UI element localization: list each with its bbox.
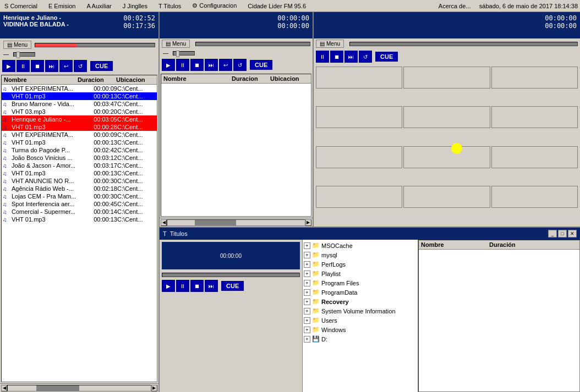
- track-row[interactable]: ♫ VHT EXPERIMENTA... 00:00:09 C:\Cent...: [2, 85, 157, 92]
- tree-expand-icon[interactable]: +: [304, 327, 310, 333]
- track-row[interactable]: ♫ Henrique e Juliano -... 00:03:05 C:\Ce…: [2, 115, 157, 123]
- menu-titulos[interactable]: T Titulos: [156, 2, 183, 10]
- titulos-close[interactable]: ✕: [568, 230, 577, 238]
- menu-comercial[interactable]: S Comercial: [2, 2, 40, 10]
- deck2-hscroll-track[interactable]: [167, 219, 305, 226]
- grid-btn-12[interactable]: [491, 186, 578, 208]
- grid-btn-3[interactable]: [491, 67, 578, 89]
- grid-btn-2[interactable]: [403, 67, 490, 89]
- deck2-play-button[interactable]: ▶: [162, 59, 175, 71]
- tree-expand-icon[interactable]: +: [304, 336, 310, 343]
- tree-expand-icon[interactable]: +: [304, 261, 310, 268]
- deck1-volume-slider[interactable]: [13, 52, 35, 57]
- grid-btn-5[interactable]: [403, 106, 490, 128]
- tree-item[interactable]: + 📁 Windows: [304, 325, 417, 334]
- deck2-progress-bar[interactable]: [195, 42, 310, 46]
- track-row[interactable]: ♫ VHT 01.mp3 00:00:13 C:\Cent...: [2, 216, 157, 223]
- track-row[interactable]: ♫ Lojas CEM - Pra Mam... 00:00:30 C:\Cen…: [2, 192, 157, 200]
- hscroll-left[interactable]: ◀: [1, 385, 7, 391]
- tree-expand-icon[interactable]: +: [304, 242, 310, 249]
- tree-expand-icon[interactable]: +: [304, 317, 310, 324]
- titulos-filetree[interactable]: + 📁 MSOCache + 📁 mysql + 📁 PerfLogs + 📁 …: [303, 240, 418, 392]
- tree-item[interactable]: + 📁 System Volume Information: [304, 306, 417, 316]
- titulos-pause-button[interactable]: ⏸: [176, 280, 189, 292]
- menu-emision[interactable]: E Emision: [46, 2, 78, 10]
- tree-expand-icon[interactable]: +: [304, 280, 310, 286]
- hscroll-track[interactable]: [7, 385, 151, 391]
- track-row[interactable]: ♫ João Bosco Vinicius ... 00:03:12 C:\Ce…: [2, 154, 157, 162]
- track-row[interactable]: ♫ VHT ANUNCIE NO R... 00:00:30 C:\Cent..…: [2, 177, 157, 185]
- grid-btn-10[interactable]: [316, 186, 402, 208]
- deck2-cue-button[interactable]: CUE: [250, 60, 272, 70]
- titulos-restore[interactable]: □: [558, 230, 567, 238]
- deck1-play-button[interactable]: ▶: [2, 60, 15, 72]
- titulos-progress-bar[interactable]: [162, 273, 300, 277]
- track-row[interactable]: ♫ VHT 03.mp3 00:00:20 C:\Cent...: [2, 108, 157, 115]
- track-row[interactable]: ♫ VHT 01.mp3 00:00:28 C:\Cent...: [2, 123, 157, 131]
- deck3-progress-bar[interactable]: [349, 42, 578, 46]
- grid-btn-8[interactable]: [403, 146, 490, 168]
- deck2-hscroll[interactable]: ◀ ▶: [160, 218, 313, 227]
- track-row[interactable]: ♫ VHT EXPERIMENTA... 00:00:09 C:\Cent...: [2, 131, 157, 139]
- menu-auxiliar[interactable]: A Auxiliar: [84, 2, 113, 10]
- deck1-menu-button[interactable]: ▤ Menu: [3, 41, 31, 49]
- tree-item[interactable]: + 📁 MSOCache: [304, 241, 417, 250]
- track-row[interactable]: ♫ Spot Interferencia aer... 00:00:45 C:\…: [2, 200, 157, 208]
- tracklist-body[interactable]: ♫ VHT EXPERIMENTA... 00:00:09 C:\Cent...…: [2, 85, 157, 380]
- deck2-stop-button[interactable]: ⏹: [190, 59, 204, 71]
- grid-btn-4[interactable]: [316, 106, 402, 128]
- deck2-hscroll-right[interactable]: ▶: [305, 219, 311, 226]
- track-row[interactable]: ♫ VHT 01.mp3 00:00:13 C:\Cent...: [2, 92, 157, 100]
- deck1-progress-bar[interactable]: [35, 43, 155, 47]
- tracklist-hscroll[interactable]: ◀ ▶: [0, 383, 158, 392]
- tree-expand-icon[interactable]: +: [304, 299, 310, 305]
- deck1-cue-button[interactable]: CUE: [90, 61, 113, 71]
- track-row[interactable]: ♫ VHT 01.mp3 00:00:13 C:\Cent...: [2, 169, 157, 177]
- track-row[interactable]: ♫ João & Jacson - Amor... 00:03:17 C:\Ce…: [2, 162, 157, 169]
- tree-item[interactable]: + 📁 mysql: [304, 250, 417, 260]
- menu-configuracion[interactable]: ⚙ Configuracion: [190, 1, 239, 10]
- tree-item[interactable]: + 📁 Playlist: [304, 269, 417, 278]
- grid-btn-9[interactable]: [491, 146, 578, 168]
- titulos-stop-button[interactable]: ⏹: [190, 280, 204, 292]
- track-row[interactable]: ♫ Agência Rádio Web -... 00:02:18 C:\Cen…: [2, 185, 157, 192]
- hscroll-right[interactable]: ▶: [151, 385, 157, 391]
- tree-expand-icon[interactable]: +: [304, 289, 310, 296]
- tree-item[interactable]: + 💾 D:: [304, 334, 417, 344]
- deck2-hscroll-left[interactable]: ◀: [161, 219, 167, 226]
- track-row[interactable]: ♫ VHT 01.mp3 00:00:13 C:\Cent...: [2, 139, 157, 146]
- grid-btn-6[interactable]: [491, 106, 578, 128]
- deck2-pause-button[interactable]: ⏸: [176, 59, 189, 71]
- tree-item[interactable]: + 📁 Users: [304, 316, 417, 325]
- deck1-stop-button[interactable]: ⏹: [31, 60, 44, 72]
- menu-jinglles[interactable]: J Jinglles: [121, 2, 150, 10]
- deck1-next-button[interactable]: ⏭: [45, 60, 58, 72]
- deck1-pause-button[interactable]: ⏸: [17, 60, 30, 72]
- titulos-next-button[interactable]: ⏭: [205, 280, 218, 292]
- track-row[interactable]: ♫ Turma do Pagode P... 00:02:42 C:\Cent.…: [2, 146, 157, 154]
- titulos-minimize[interactable]: _: [548, 230, 557, 238]
- deck2-volume-slider[interactable]: [173, 51, 195, 56]
- deck2-loop-button[interactable]: ↺: [233, 59, 247, 71]
- deck3-stop-button[interactable]: ⏹: [330, 51, 343, 63]
- tree-expand-icon[interactable]: +: [304, 270, 310, 277]
- tree-item[interactable]: + 📁 Program Files: [304, 278, 417, 288]
- track-row[interactable]: ♫ Comercial - Supermer... 00:00:14 C:\Ce…: [2, 208, 157, 216]
- tree-item[interactable]: + 📁 Recovery: [304, 297, 417, 306]
- deck3-loop-button[interactable]: ↺: [359, 51, 372, 63]
- deck1-back-button[interactable]: ↩: [59, 60, 73, 72]
- deck1-loop-button[interactable]: ↺: [74, 60, 87, 72]
- about-link[interactable]: Acerca de...: [439, 3, 471, 9]
- tree-expand-icon[interactable]: +: [304, 252, 310, 258]
- grid-btn-11[interactable]: [403, 186, 490, 208]
- track-row[interactable]: ♫ Bruno Marrone - Vida... 00:03:47 C:\Ce…: [2, 100, 157, 108]
- deck3-menu-button[interactable]: ▤ Menu: [316, 40, 344, 48]
- titulos-play-button[interactable]: ▶: [162, 280, 175, 292]
- grid-btn-7[interactable]: [316, 146, 402, 168]
- deck2-menu-button[interactable]: ▤ Menu: [162, 40, 190, 48]
- deck3-cue-button[interactable]: CUE: [375, 52, 398, 62]
- grid-btn-1[interactable]: [316, 67, 402, 89]
- deck2-back-button[interactable]: ↩: [219, 59, 232, 71]
- tree-expand-icon[interactable]: +: [304, 308, 310, 314]
- deck3-next-button[interactable]: ⏭: [344, 51, 358, 63]
